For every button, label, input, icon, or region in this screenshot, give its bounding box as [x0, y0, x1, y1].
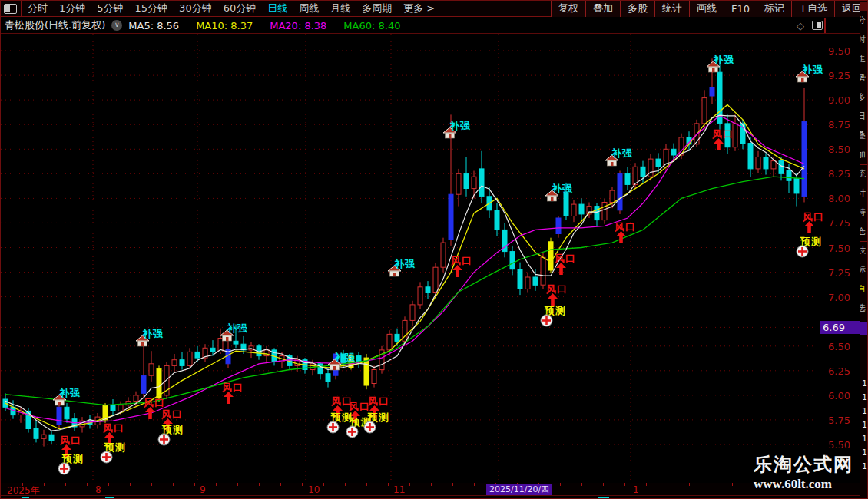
- time-axis-tick: [259, 483, 260, 486]
- price-axis-label: 6.00: [828, 390, 862, 402]
- buqiang-signal: 补强: [449, 119, 471, 133]
- price-axis-label: 7.25: [828, 267, 862, 279]
- buqiang-signal: 补强: [394, 257, 416, 271]
- right-strip-digit: 1: [862, 434, 867, 444]
- time-axis-tick: [732, 483, 733, 486]
- right-strip-char: 仓: [860, 226, 868, 237]
- right-strip-char: 标: [860, 264, 868, 276]
- buqiang-signal: 补强: [227, 322, 248, 335]
- buqiang-signal: 补强: [611, 147, 633, 160]
- right-side-panel-strip[interactable]: 分时走势多日叠加统计持仓技标自选1111111: [860, 1, 868, 499]
- circle-cross-icon: [540, 314, 553, 327]
- right-strip-digit: 1: [862, 448, 867, 458]
- time-axis-tick: [302, 483, 303, 486]
- price-axis-label: 9.00: [828, 94, 862, 106]
- time-axis-tick: [689, 483, 690, 486]
- month-label: 8: [95, 484, 101, 495]
- time-axis-tick: [711, 483, 711, 486]
- up-arrow-icon: [145, 407, 155, 419]
- right-strip-char: 势: [860, 72, 868, 84]
- time-axis[interactable]: 2025年89101112025/11/20/四: [1, 483, 860, 496]
- price-axis-label: 8.75: [828, 119, 862, 131]
- date-highlight: 2025/11/20/四: [486, 484, 552, 495]
- circle-cross-icon: [326, 421, 340, 434]
- right-strip-char: 走: [860, 53, 868, 64]
- price-axis-label: 8.00: [828, 193, 862, 204]
- right-strip-digit: 1: [862, 461, 867, 471]
- buqiang-signal: 补强: [142, 327, 164, 341]
- time-axis-tick: [130, 483, 131, 486]
- time-axis-tick: [431, 483, 432, 486]
- right-strip-char: 分: [860, 15, 868, 26]
- price-axis-label: 6.25: [828, 365, 862, 377]
- right-strip-char: 日: [860, 111, 868, 122]
- right-strip-highlight: [860, 322, 868, 335]
- circle-cross-icon: [346, 425, 359, 438]
- watermark-url: www.60lt.com: [754, 477, 853, 492]
- time-axis-tick: [216, 483, 217, 486]
- circle-cross-icon: [363, 421, 376, 434]
- time-axis-tick: [624, 483, 625, 486]
- time-axis-tick: [280, 483, 281, 486]
- time-axis-tick: [668, 483, 668, 486]
- price-axis-label: 8.25: [828, 168, 862, 180]
- month-label: 11: [393, 484, 405, 495]
- up-arrow-icon: [804, 221, 814, 233]
- right-strip-digit: 1: [862, 406, 867, 416]
- up-arrow-icon: [224, 392, 234, 404]
- right-strip-char: 计: [860, 187, 868, 199]
- time-axis-tick: [44, 483, 45, 486]
- time-axis-tick: [603, 483, 604, 486]
- price-axis-label: 9.25: [828, 70, 862, 81]
- candlestick-chart[interactable]: [1, 1, 868, 499]
- watermark: 乐淘公式网 www.60lt.com: [754, 452, 853, 492]
- circle-cross-icon: [100, 451, 113, 464]
- right-strip-char: 自: [860, 283, 868, 295]
- right-strip-char: 叠: [860, 130, 868, 141]
- price-axis-label: 5.50: [828, 439, 862, 451]
- circle-cross-icon: [796, 245, 809, 258]
- buqiang-signal: 补强: [713, 53, 734, 67]
- buqiang-signal: 补强: [552, 182, 573, 196]
- right-strip-digit: 1: [862, 378, 867, 388]
- trading-app-window: 分时1分钟5分钟15分钟30分钟60分钟日线周线月线多周期更多 > 复权叠加多股…: [0, 0, 868, 499]
- right-strip-digit: 1: [862, 392, 867, 402]
- watermark-title: 乐淘公式网: [754, 452, 853, 477]
- right-strip-char: 技: [860, 245, 868, 256]
- right-strip-header: [860, 2, 868, 11]
- right-strip-char: 多: [860, 91, 868, 103]
- circle-cross-icon: [157, 433, 171, 446]
- time-axis-tick: [151, 483, 152, 486]
- time-axis-tick: [581, 483, 582, 486]
- time-axis-tick: [474, 483, 475, 486]
- right-strip-char: 统: [860, 168, 868, 180]
- time-axis-tick: [646, 483, 647, 486]
- price-axis-label: 9.50: [828, 45, 862, 57]
- time-axis-tick: [65, 483, 66, 486]
- right-strip-char: 选: [860, 302, 868, 314]
- time-axis-tick: [388, 483, 389, 486]
- circle-cross-icon: [58, 462, 71, 475]
- up-arrow-icon: [452, 265, 462, 277]
- right-strip-divider: [860, 164, 868, 165]
- time-axis-tick: [173, 483, 174, 486]
- right-strip-char: 持: [860, 207, 868, 218]
- up-arrow-icon: [616, 231, 626, 243]
- price-axis-label: 6.50: [828, 341, 862, 352]
- up-arrow-icon: [714, 138, 724, 150]
- price-axis-label: 7.00: [828, 292, 862, 303]
- price-axis-label: 5.75: [828, 415, 862, 426]
- right-strip-digit: 1: [862, 420, 867, 430]
- time-axis-tick: [323, 483, 324, 486]
- up-arrow-icon: [556, 263, 566, 275]
- year-label: 2025年: [7, 484, 40, 497]
- price-axis-label: 7.50: [828, 243, 862, 254]
- time-axis-tick: [366, 483, 367, 486]
- time-axis-tick: [108, 483, 109, 486]
- time-axis-tick: [87, 483, 88, 486]
- buqiang-signal: 补强: [59, 386, 81, 400]
- time-axis-tick: [345, 483, 346, 486]
- time-axis-tick: [452, 483, 453, 486]
- buqiang-signal: 补强: [334, 351, 356, 365]
- time-axis-tick: [194, 483, 195, 486]
